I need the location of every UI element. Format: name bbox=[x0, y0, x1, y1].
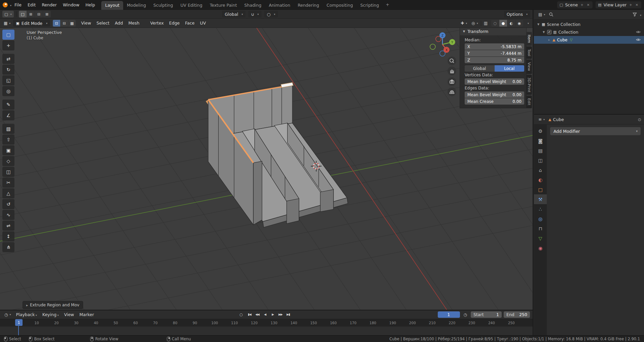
outliner-row-collection[interactable]: ▼ ✔ ▥ Collection bbox=[534, 28, 644, 36]
play-reverse-button[interactable]: ◀ bbox=[262, 311, 269, 318]
proportional-editing-dropdown[interactable]: ○ bbox=[264, 11, 278, 17]
tool-cursor[interactable]: + bbox=[2, 40, 14, 50]
edited-mesh-object[interactable] bbox=[206, 82, 348, 227]
menu-view-timeline[interactable]: View bbox=[61, 312, 77, 317]
menu-window[interactable]: Window bbox=[60, 0, 82, 10]
zoom-view-button[interactable] bbox=[448, 56, 456, 65]
mode-dropdown[interactable]: ▣ Edit Mode bbox=[13, 20, 50, 27]
play-button[interactable]: ▶ bbox=[270, 311, 276, 318]
median-z-field[interactable]: Z 8.75 m bbox=[465, 57, 524, 63]
jump-to-start-button[interactable]: ▮◀ bbox=[246, 311, 253, 318]
outliner-editor-type-button[interactable]: ▤ bbox=[537, 11, 547, 18]
select-mode-set[interactable]: □ bbox=[19, 11, 27, 17]
collection-checkbox[interactable]: ✔ bbox=[547, 30, 551, 34]
auto-keying-button[interactable]: ○ bbox=[240, 312, 243, 317]
add-workspace-button[interactable]: + bbox=[383, 0, 392, 9]
properties-tab-material[interactable]: ◉ bbox=[534, 243, 547, 253]
options-dropdown[interactable]: Options bbox=[504, 11, 530, 17]
snapping-dropdown[interactable]: ∪ bbox=[248, 11, 261, 17]
pan-view-button[interactable] bbox=[448, 67, 456, 75]
properties-tab-physics[interactable]: ◎ bbox=[534, 214, 547, 224]
add-modifier-dropdown[interactable]: Add Modifier bbox=[550, 127, 641, 135]
show-gizmos-button[interactable]: ✚ bbox=[459, 20, 469, 27]
tool-rip-region[interactable]: ⋔ bbox=[2, 242, 14, 252]
transform-orientation-dropdown[interactable]: Global bbox=[222, 11, 246, 17]
hide-object-toggle[interactable] bbox=[636, 38, 641, 42]
global-space-button[interactable]: Global bbox=[465, 65, 495, 72]
workspace-tab-rendering[interactable]: Rendering bbox=[294, 1, 323, 10]
tool-edge-slide[interactable]: ⇌ bbox=[2, 221, 14, 231]
properties-tab-particles[interactable]: ∴ bbox=[534, 204, 547, 214]
select-mode-subtract[interactable]: ⊟ bbox=[35, 11, 43, 17]
properties-tab-view-layer[interactable]: ◫ bbox=[534, 155, 547, 165]
current-frame-field[interactable]: 1 bbox=[438, 311, 460, 318]
vertex-bevel-weight-field[interactable]: Mean Bevel Weight 0.00 bbox=[465, 78, 524, 85]
search-icon[interactable] bbox=[549, 12, 553, 17]
sidebar-tab-3d-print[interactable]: 3D-Print bbox=[526, 75, 532, 95]
workspace-tab-scripting[interactable]: Scripting bbox=[357, 1, 383, 10]
shading-dropdown[interactable] bbox=[524, 20, 531, 27]
tool-extrude-region[interactable]: ⇧ bbox=[2, 135, 14, 145]
remove-view-layer-button[interactable]: ✕ bbox=[635, 3, 639, 7]
vertex-select-mode[interactable]: ⊡ bbox=[53, 20, 60, 27]
sidebar-tab-tool[interactable]: Tool bbox=[526, 46, 532, 59]
new-scene-button[interactable]: + bbox=[580, 3, 584, 7]
sidebar-tab-item[interactable]: Item bbox=[526, 32, 532, 46]
shading-rendered[interactable]: ◉ bbox=[515, 20, 523, 27]
active-tool-button[interactable]: ▢ bbox=[2, 11, 14, 17]
properties-tab-world[interactable]: ◐ bbox=[534, 175, 547, 185]
tool-loop-cut[interactable]: ◫ bbox=[2, 167, 14, 177]
menu-uv[interactable]: UV bbox=[197, 19, 209, 28]
menu-view[interactable]: View bbox=[78, 19, 94, 28]
playhead-line[interactable] bbox=[18, 326, 19, 335]
menu-playback[interactable]: Playback bbox=[13, 312, 40, 317]
menu-select[interactable]: Select bbox=[94, 19, 112, 28]
properties-tab-constraints[interactable]: ⊓ bbox=[534, 224, 547, 233]
tool-bevel[interactable]: ◇ bbox=[2, 156, 14, 166]
properties-tab-scene[interactable]: ⌂ bbox=[534, 165, 547, 175]
workspace-tab-uv-editing[interactable]: UV Editing bbox=[177, 1, 206, 10]
sidebar-tab-edit[interactable]: Edit bbox=[526, 96, 532, 108]
pin-icon[interactable]: ⊙ bbox=[638, 117, 641, 122]
menu-face[interactable]: Face bbox=[182, 19, 197, 28]
menu-render[interactable]: Render bbox=[39, 0, 60, 10]
camera-view-button[interactable] bbox=[448, 77, 456, 86]
next-keyframe-button[interactable]: ▶▶ bbox=[277, 311, 284, 318]
view-layer-selector[interactable]: ▤ View Layer + ✕ bbox=[596, 1, 641, 8]
shading-wireframe[interactable]: ◌ bbox=[491, 20, 499, 27]
tool-measure[interactable]: ∠ bbox=[2, 110, 14, 120]
workspace-tab-compositing[interactable]: Compositing bbox=[323, 1, 356, 10]
tool-add-cube[interactable]: ▧ bbox=[2, 124, 14, 134]
workspace-tab-modeling[interactable]: Modeling bbox=[123, 1, 150, 10]
frame-end-field[interactable]: End 250 bbox=[504, 311, 530, 318]
mean-crease-field[interactable]: Mean Crease 0.00 bbox=[465, 98, 524, 105]
hide-collection-toggle[interactable] bbox=[636, 30, 641, 35]
menu-marker[interactable]: Marker bbox=[77, 312, 97, 317]
tool-knife[interactable]: ✂ bbox=[2, 178, 14, 188]
show-overlays-button[interactable]: ◎ bbox=[470, 20, 480, 27]
playhead[interactable]: 1 bbox=[15, 319, 23, 326]
tool-spin[interactable]: ↺ bbox=[2, 199, 14, 209]
view-layer-name[interactable]: View Layer bbox=[604, 2, 627, 7]
tool-move[interactable]: ⇄ bbox=[2, 54, 14, 64]
properties-tab-object-data[interactable]: ▽ bbox=[534, 233, 547, 243]
properties-tab-output[interactable]: ▤ bbox=[534, 146, 547, 155]
editor-type-button[interactable]: ▦ bbox=[2, 20, 12, 27]
app-menu-chevron-icon[interactable] bbox=[8, 2, 11, 7]
row-label[interactable]: Collection bbox=[558, 30, 578, 35]
tool-shrink-fatten[interactable]: ↕ bbox=[2, 231, 14, 241]
median-y-field[interactable]: Y -7.4444 m bbox=[465, 50, 524, 56]
timeline-body[interactable] bbox=[0, 327, 533, 335]
menu-mesh[interactable]: Mesh bbox=[126, 19, 142, 28]
use-preview-range-button[interactable]: ◷ bbox=[462, 311, 469, 318]
select-mode-extend[interactable]: ⊞ bbox=[27, 11, 35, 17]
select-mode-invert[interactable]: ⊠ bbox=[43, 11, 51, 17]
properties-tab-tool[interactable]: ⚙ bbox=[534, 126, 547, 136]
face-select-mode[interactable]: ▩ bbox=[68, 20, 76, 27]
workspace-tab-texture-paint[interactable]: Texture Paint bbox=[206, 1, 241, 10]
workspace-tab-sculpting[interactable]: Sculpting bbox=[150, 1, 177, 10]
tool-scale[interactable]: ◱ bbox=[2, 75, 14, 85]
tool-annotate[interactable]: ✎ bbox=[2, 100, 14, 110]
median-x-field[interactable]: X -5.5833 m bbox=[465, 43, 524, 50]
frame-start-field[interactable]: Start 1 bbox=[471, 311, 502, 318]
